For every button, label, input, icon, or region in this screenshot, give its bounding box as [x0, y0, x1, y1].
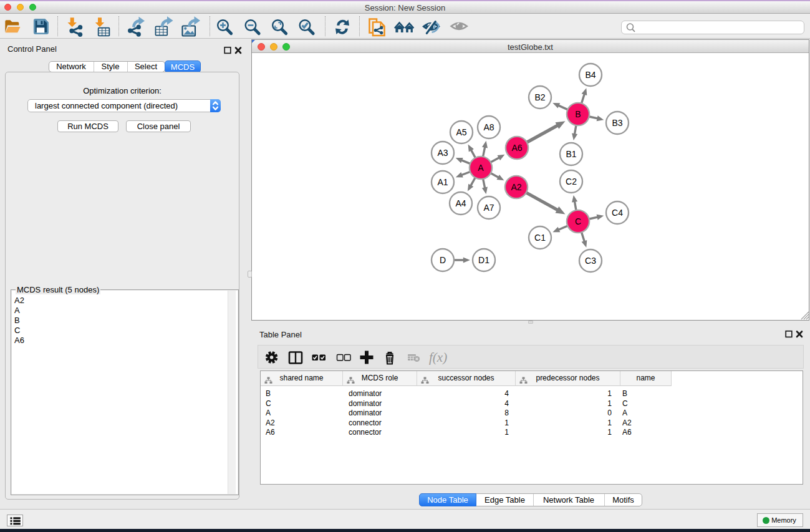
svg-text:B1: B1: [566, 149, 576, 159]
svg-text:A2: A2: [511, 182, 521, 192]
svg-text:A3: A3: [437, 148, 448, 158]
svg-text:B4: B4: [585, 70, 595, 80]
svg-text:A4: A4: [455, 198, 466, 208]
svg-text:A: A: [478, 163, 484, 173]
svg-text:B3: B3: [612, 118, 622, 128]
svg-text:C1: C1: [534, 233, 546, 243]
svg-text:D: D: [440, 255, 446, 265]
svg-text:B2: B2: [534, 92, 545, 102]
svg-text:A1: A1: [437, 177, 448, 187]
svg-text:A5: A5: [456, 127, 466, 137]
svg-text:A7: A7: [483, 203, 494, 213]
svg-text:D1: D1: [478, 255, 489, 265]
svg-text:B: B: [575, 109, 581, 119]
svg-text:C: C: [575, 216, 581, 226]
svg-text:A8: A8: [483, 122, 494, 132]
svg-text:A6: A6: [511, 143, 522, 153]
svg-text:C4: C4: [612, 208, 623, 218]
svg-text:C3: C3: [585, 256, 596, 266]
svg-text:C2: C2: [566, 177, 577, 186]
svg-text:f(x): f(x): [429, 350, 447, 365]
